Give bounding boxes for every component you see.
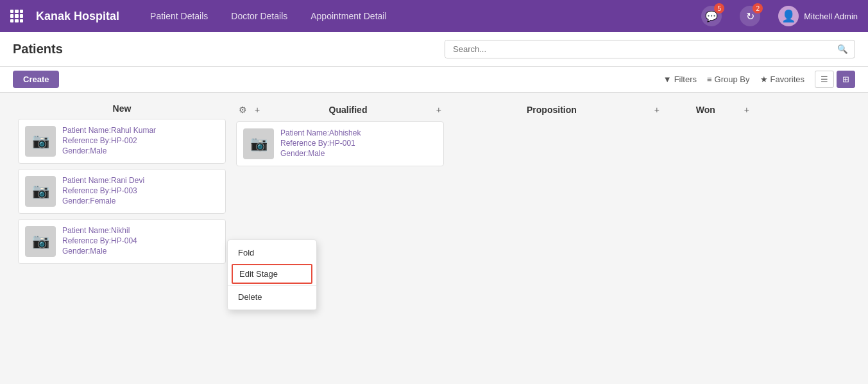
toolbar: Create ▼ Filters ≡ Group By ★ Favorites … <box>0 67 868 92</box>
col-header-won: Won + <box>672 103 752 116</box>
col-title-proposition: Proposition <box>454 105 649 115</box>
col-header-qualified: ⚙ + Qualified + <box>236 103 444 116</box>
patient-name-field: Patient Name:Nikhil <box>62 226 219 235</box>
user-area[interactable]: 👤 Mitchell Admin <box>778 6 858 26</box>
table-row: 📷 Patient Name:Rani Devi Reference By:HP… <box>18 169 226 214</box>
kanban-col-won: Won + <box>667 103 757 121</box>
avatar: 📷 <box>25 176 56 207</box>
kanban-col-proposition: Proposition + <box>449 103 667 121</box>
gender-field: Gender:Male <box>62 146 219 155</box>
groupby-label: Group By <box>715 74 750 84</box>
page-header: Patients 🔍 <box>0 32 868 67</box>
table-row: 📷 Patient Name:Rahul Kumar Reference By:… <box>18 119 226 164</box>
page-title: Patients <box>13 42 445 57</box>
gender-field: Gender:Male <box>62 247 219 256</box>
topnav: Kanak Hospital Patient Details Doctor De… <box>0 0 868 32</box>
search-input[interactable] <box>445 40 831 58</box>
filters-label: Filters <box>674 74 697 84</box>
reference-field: Reference By:HP-004 <box>62 236 219 245</box>
star-icon: ★ <box>760 74 768 84</box>
refresh-badge: 2 <box>753 3 763 13</box>
patient-name-field: Patient Name:Abhishek <box>280 128 437 137</box>
patient-name-field: Patient Name:Rani Devi <box>62 176 219 185</box>
filters-button[interactable]: ▼ Filters <box>663 74 697 84</box>
kanban-view-button[interactable]: ⊞ <box>837 71 855 88</box>
add-card-button-qualified[interactable]: + <box>434 103 444 116</box>
card-info: Patient Name:Nikhil Reference By:HP-004 … <box>62 226 219 257</box>
create-button[interactable]: Create <box>13 71 59 88</box>
search-button[interactable]: 🔍 <box>831 40 855 58</box>
table-row: 📷 Patient Name:Nikhil Reference By:HP-00… <box>18 219 226 264</box>
nav-patient-details[interactable]: Patient Details <box>145 8 213 24</box>
card-info: Patient Name:Rani Devi Reference By:HP-0… <box>62 176 219 207</box>
card-info: Patient Name:Rahul Kumar Reference By:HP… <box>62 126 219 157</box>
context-menu-delete[interactable]: Delete <box>228 287 316 307</box>
avatar: 📷 <box>243 128 274 159</box>
chat-icon-btn[interactable]: 💬 5 <box>701 6 722 26</box>
avatar: 📷 <box>25 226 56 257</box>
favorites-label: Favorites <box>770 74 804 84</box>
kanban-col-new: New 📷 Patient Name:Rahul Kumar Reference… <box>13 103 231 269</box>
table-row: 📷 Patient Name:Abhishek Reference By:HP-… <box>236 121 444 166</box>
col-title-new: New <box>18 103 226 114</box>
nav-doctor-details[interactable]: Doctor Details <box>226 8 293 24</box>
groupby-lines-icon: ≡ <box>707 74 712 84</box>
context-menu-divider <box>228 285 316 286</box>
col-title-qualified: Qualified <box>265 105 431 115</box>
refresh-icon-btn[interactable]: ↻ 2 <box>740 6 760 26</box>
reference-field: Reference By:HP-001 <box>280 139 437 148</box>
user-name: Mitchell Admin <box>804 12 858 21</box>
context-menu: Fold Edit Stage Delete <box>227 240 317 310</box>
reference-field: Reference By:HP-003 <box>62 186 219 195</box>
card-info: Patient Name:Abhishek Reference By:HP-00… <box>280 128 437 159</box>
header-area: Patients 🔍 Create ▼ Filters ≡ Group By ★… <box>0 32 868 93</box>
user-avatar: 👤 <box>778 6 799 26</box>
gender-field: Gender:Female <box>62 196 219 205</box>
app-grid-icon[interactable] <box>10 10 23 22</box>
col-title-won: Won <box>672 105 739 115</box>
add-button-proposition[interactable]: + <box>652 103 662 116</box>
avatar: 📷 <box>25 126 56 157</box>
list-view-button[interactable]: ☰ <box>815 71 834 88</box>
context-menu-edit-stage[interactable]: Edit Stage <box>232 264 312 284</box>
nav-appointment-detail[interactable]: Appointment Detail <box>305 8 391 24</box>
main-content: Patients 🔍 Create ▼ Filters ≡ Group By ★… <box>0 32 868 384</box>
reference-field: Reference By:HP-002 <box>62 136 219 145</box>
add-button-won[interactable]: + <box>742 103 752 116</box>
chat-badge: 5 <box>714 3 724 13</box>
kanban-col-qualified: ⚙ + Qualified + 📷 Patient Name:Abhishek … <box>231 103 449 171</box>
search-bar: 🔍 <box>445 40 855 58</box>
gender-field: Gender:Male <box>280 149 437 158</box>
add-button-qualified[interactable]: + <box>252 103 262 116</box>
favorites-button[interactable]: ★ Favorites <box>760 74 804 84</box>
gear-button-qualified[interactable]: ⚙ <box>236 103 250 116</box>
view-toggle: ☰ ⊞ <box>815 71 855 88</box>
col-header-proposition: Proposition + <box>454 103 662 116</box>
brand-name: Kanak Hospital <box>36 10 119 23</box>
col-header-new: New <box>18 103 226 114</box>
kanban-board: New 📷 Patient Name:Rahul Kumar Reference… <box>0 93 868 384</box>
patient-name-field: Patient Name:Rahul Kumar <box>62 126 219 135</box>
groupby-button[interactable]: ≡ Group By <box>707 74 750 84</box>
context-menu-fold[interactable]: Fold <box>228 243 316 263</box>
filter-arrow-icon: ▼ <box>663 74 672 84</box>
